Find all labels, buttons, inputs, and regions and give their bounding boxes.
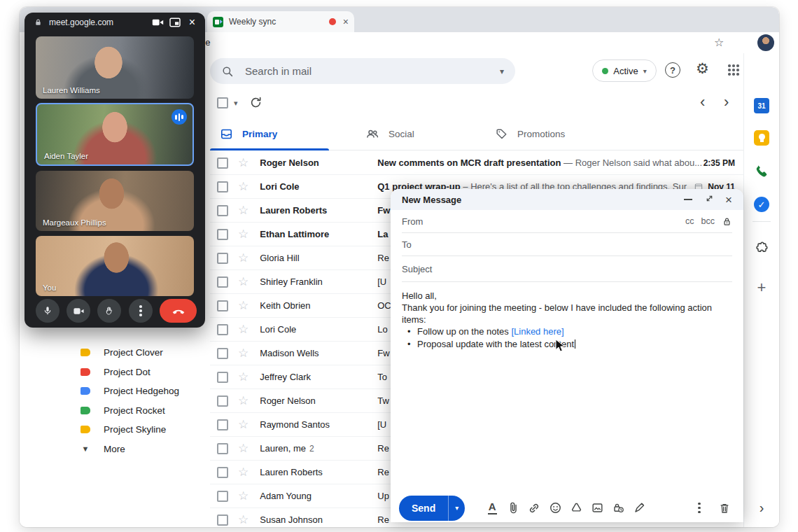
row-star-icon[interactable]: ☆ — [238, 347, 248, 359]
row-checkbox[interactable] — [217, 396, 228, 407]
sidebar-label-item[interactable]: Project Skyline — [20, 420, 202, 440]
search-input[interactable]: Search in mail ▾ — [210, 58, 515, 84]
email-row[interactable]: ☆Roger NelsonNew comments on MCR draft p… — [210, 151, 743, 175]
row-checkbox[interactable] — [217, 348, 228, 359]
attach-file-icon[interactable] — [503, 498, 524, 519]
row-checkbox[interactable] — [217, 229, 228, 240]
refresh-icon[interactable] — [249, 96, 262, 112]
row-star-icon[interactable]: ☆ — [238, 276, 248, 288]
confidential-mode-icon[interactable] — [608, 498, 629, 519]
row-checkbox[interactable] — [217, 443, 228, 454]
lock-icon[interactable] — [722, 216, 732, 227]
compose-close-icon[interactable]: × — [725, 194, 732, 206]
row-star-icon[interactable]: ☆ — [238, 323, 248, 335]
keep-icon[interactable] — [754, 130, 769, 146]
pop-out-icon[interactable] — [705, 193, 714, 206]
row-checkbox[interactable] — [217, 181, 228, 192]
video-tile-active-speaker[interactable]: Aiden Tayler — [36, 103, 194, 166]
status-selector[interactable]: Active ▾ — [592, 59, 657, 82]
row-star-icon[interactable]: ☆ — [238, 466, 248, 478]
sidebar-label-item[interactable]: Project Hedgehog — [20, 382, 202, 401]
row-star-icon[interactable]: ☆ — [238, 252, 248, 264]
hide-side-panel-icon[interactable]: › — [760, 500, 764, 516]
row-star-icon[interactable]: ☆ — [238, 157, 248, 169]
row-star-icon[interactable]: ☆ — [238, 514, 248, 526]
row-star-icon[interactable]: ☆ — [238, 228, 248, 240]
compose-header[interactable]: New Message × — [391, 189, 743, 210]
insert-link-icon[interactable] — [524, 498, 545, 519]
get-addons-icon[interactable]: + — [757, 279, 766, 297]
video-tile[interactable]: Lauren Williams — [36, 36, 194, 99]
raise-hand-button[interactable] — [97, 299, 121, 323]
row-star-icon[interactable]: ☆ — [238, 371, 248, 383]
cc-link[interactable]: cc — [685, 216, 694, 226]
row-checkbox[interactable] — [217, 253, 228, 264]
calendar-icon[interactable]: 31 — [754, 98, 769, 113]
camera-button[interactable] — [66, 299, 90, 323]
browser-tab[interactable]: Weekly sync × — [207, 11, 354, 32]
sidebar-label-item[interactable]: Project Clover — [20, 343, 202, 363]
end-call-button[interactable] — [160, 299, 197, 323]
row-checkbox[interactable] — [217, 276, 228, 288]
browser-profile-avatar[interactable] — [757, 34, 774, 51]
linked-here-link[interactable]: [Linked here] — [511, 326, 564, 337]
subject-field[interactable]: Subject — [402, 256, 732, 282]
row-checkbox[interactable] — [217, 467, 228, 478]
minimize-icon[interactable] — [684, 199, 692, 200]
tab-social[interactable]: Social — [356, 118, 468, 150]
sidebar-more-toggle[interactable]: ▼More — [20, 440, 202, 459]
pip-close-icon[interactable]: × — [189, 17, 195, 28]
settings-gear-icon[interactable]: ⚙ — [696, 61, 709, 76]
tab-primary[interactable]: Primary — [210, 118, 329, 150]
more-controls-button[interactable] — [129, 299, 153, 323]
sidebar-label-item[interactable]: Project Rocket — [20, 401, 202, 421]
row-checkbox[interactable] — [217, 372, 228, 383]
older-page-icon[interactable]: › — [724, 93, 729, 111]
insert-signature-icon[interactable] — [629, 498, 650, 519]
search-options-caret-icon[interactable]: ▾ — [500, 66, 504, 76]
tasks-icon[interactable]: ✓ — [754, 197, 769, 212]
row-checkbox[interactable] — [217, 158, 228, 169]
insert-from-drive-icon[interactable] — [566, 498, 587, 519]
row-star-icon[interactable]: ☆ — [238, 300, 248, 312]
row-star-icon[interactable]: ☆ — [238, 181, 248, 192]
video-tile[interactable]: Margeaux Phillips — [36, 171, 194, 231]
to-field[interactable]: To — [402, 233, 732, 256]
discard-draft-icon[interactable] — [714, 498, 735, 519]
video-tile[interactable]: You — [36, 236, 194, 296]
newer-page-icon[interactable]: ‹ — [700, 93, 705, 111]
tab-promotions[interactable]: Promotions — [485, 118, 604, 150]
meet-pip-window[interactable]: meet.google.com × Lauren Williams Aiden … — [24, 13, 205, 328]
send-options-caret-icon[interactable]: ▾ — [449, 504, 465, 512]
pip-toggle-icon[interactable] — [169, 18, 181, 27]
row-checkbox[interactable] — [217, 205, 228, 216]
row-star-icon[interactable]: ☆ — [238, 395, 248, 407]
formatting-options-icon[interactable]: A — [482, 498, 503, 519]
tab-close-icon[interactable]: × — [343, 17, 349, 27]
row-checkbox[interactable] — [217, 324, 228, 335]
insert-emoji-icon[interactable] — [545, 498, 566, 519]
bcc-link[interactable]: bcc — [701, 216, 715, 226]
send-button[interactable]: Send ▾ — [399, 496, 465, 521]
row-checkbox[interactable] — [217, 300, 228, 312]
more-options-icon[interactable] — [689, 498, 710, 519]
from-field[interactable]: From cc bcc — [402, 210, 732, 233]
select-all-checkbox[interactable] — [217, 97, 228, 108]
sidebar-label-item[interactable]: Project Dot — [20, 363, 202, 382]
insert-photo-icon[interactable] — [587, 498, 608, 519]
row-checkbox[interactable] — [217, 491, 228, 502]
row-star-icon[interactable]: ☆ — [238, 419, 248, 430]
bookmark-star-icon[interactable]: ☆ — [714, 36, 724, 49]
row-checkbox[interactable] — [217, 419, 228, 430]
mic-button[interactable] — [36, 299, 59, 323]
row-star-icon[interactable]: ☆ — [238, 442, 248, 454]
row-star-icon[interactable]: ☆ — [238, 204, 248, 216]
apps-grid-icon[interactable] — [728, 64, 739, 76]
addons-icon[interactable] — [754, 241, 769, 259]
voice-icon[interactable] — [754, 163, 769, 181]
select-caret-icon[interactable]: ▾ — [234, 99, 238, 108]
help-icon[interactable]: ? — [665, 62, 680, 78]
camera-toggle-icon[interactable] — [152, 18, 164, 27]
row-star-icon[interactable]: ☆ — [238, 490, 248, 502]
row-checkbox[interactable] — [217, 514, 228, 526]
